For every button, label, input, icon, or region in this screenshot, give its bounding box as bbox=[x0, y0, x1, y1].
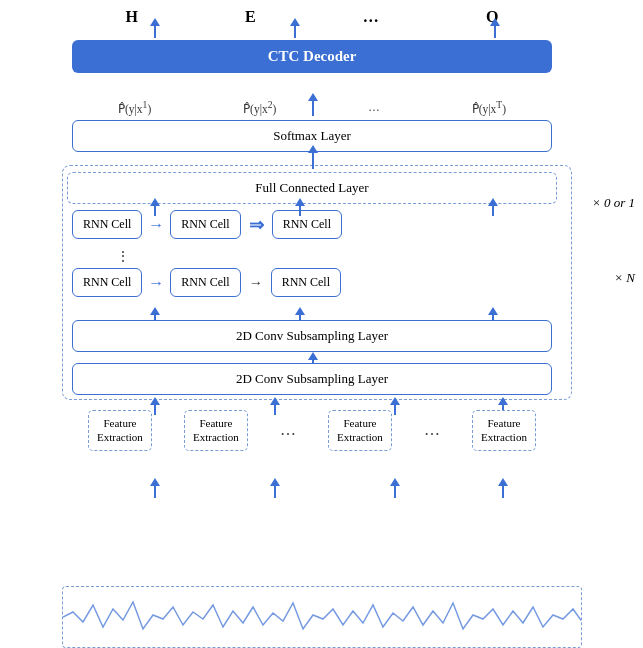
char-E: E bbox=[245, 8, 256, 26]
feat-box-1: FeatureExtraction bbox=[88, 410, 152, 451]
rnn-cell-top-3: RNN Cell bbox=[272, 210, 342, 239]
prob-dots: … bbox=[368, 101, 380, 113]
arrow-softmax-ctc bbox=[308, 93, 318, 116]
arrow-wave-feat3 bbox=[390, 478, 400, 498]
rnn-row-top: RNN Cell → RNN Cell ⇒ RNN Cell bbox=[72, 210, 552, 239]
feat-row: FeatureExtraction FeatureExtraction … Fe… bbox=[72, 410, 552, 451]
rnn-cell-bot-1: RNN Cell bbox=[72, 268, 142, 297]
conv2-box: 2D Conv Subsampling Layer bbox=[72, 363, 552, 395]
feat-box-3: FeatureExtraction bbox=[328, 410, 392, 451]
rnn-arrow-bot-1: → bbox=[148, 274, 164, 292]
feat-box-4: FeatureExtraction bbox=[472, 410, 536, 451]
fc-box: Full Connected Layer bbox=[67, 172, 557, 204]
feat-dots: … bbox=[280, 421, 296, 439]
output-labels: H E … Q bbox=[72, 8, 552, 26]
arrow-fc-softmax bbox=[308, 145, 318, 169]
arrow-wave-feat1 bbox=[150, 478, 160, 498]
conv1-box: 2D Conv Subsampling Layer bbox=[72, 320, 552, 352]
diagram: H E … Q CTC Decoder P̂(y|x1) P̂(y|x2) … … bbox=[0, 0, 643, 648]
rnn-row-bottom: RNN Cell → RNN Cell → RNN Cell bbox=[72, 268, 552, 297]
rnn-arrow-1: → bbox=[148, 216, 164, 234]
arrow-ctc-e bbox=[290, 18, 300, 38]
rnn-cell-bot-2: RNN Cell bbox=[170, 268, 240, 297]
rnn-cell-top-2: RNN Cell bbox=[170, 210, 240, 239]
prob-T: P̂(y|xT) bbox=[472, 99, 506, 116]
arrow-wave-feat2 bbox=[270, 478, 280, 498]
rnn-dots-bot: → bbox=[249, 275, 263, 291]
rnn-vert-dots: ⋮ bbox=[116, 248, 130, 265]
feat-dots-2: … bbox=[424, 421, 440, 439]
arrow-ctc-h bbox=[150, 18, 160, 38]
ctc-decoder-box: CTC Decoder bbox=[72, 40, 552, 73]
prob-2: P̂(y|x2) bbox=[243, 99, 276, 116]
waveform-svg bbox=[63, 587, 582, 647]
times-n: × N bbox=[614, 270, 635, 286]
arrow-wave-feat4 bbox=[498, 478, 508, 498]
times-0or1: × 0 or 1 bbox=[592, 195, 635, 211]
char-H: H bbox=[126, 8, 138, 26]
rnn-dots-top: ⇒ bbox=[249, 214, 264, 236]
rnn-cell-top-1: RNN Cell bbox=[72, 210, 142, 239]
arrow-ctc-q bbox=[490, 18, 500, 38]
prob-1: P̂(y|x1) bbox=[118, 99, 151, 116]
arrow-rnn3-fc bbox=[488, 198, 498, 216]
char-dots: … bbox=[363, 8, 379, 26]
rnn-cell-bot-3: RNN Cell bbox=[271, 268, 341, 297]
arrow-rnn1-fc bbox=[150, 198, 160, 216]
waveform-area bbox=[62, 586, 582, 648]
feat-box-2: FeatureExtraction bbox=[184, 410, 248, 451]
arrow-rnn2-fc bbox=[295, 198, 305, 216]
